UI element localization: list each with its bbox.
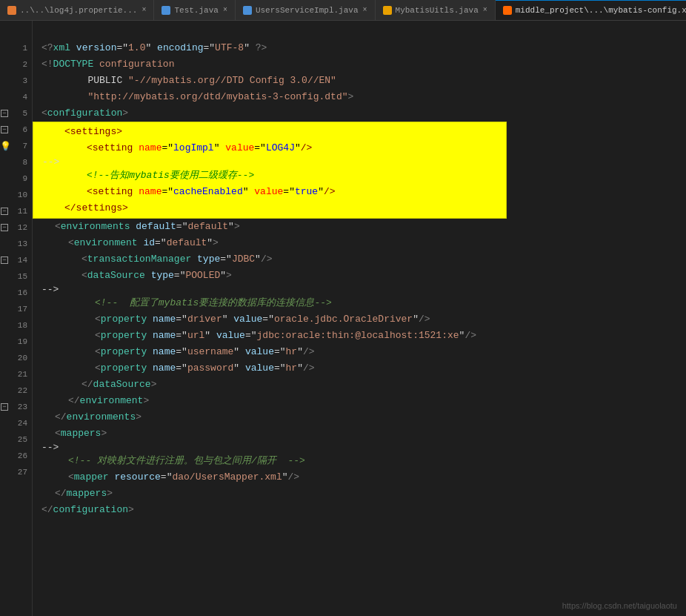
code-line-14: <dataSource type="POOLED"> xyxy=(41,268,686,284)
code-line-24: <!-- 对映射文件进行注册。包与包之间用/隔开 --> xyxy=(41,453,686,469)
gutter-row-17: 17 xyxy=(0,301,32,317)
tab-icon-java-orange xyxy=(383,6,392,15)
code-line-10: </settings> xyxy=(42,200,506,216)
code-line-8: <!--告知mybatis要使用二级缓存--> xyxy=(42,168,506,184)
line-num-11: 11 xyxy=(10,207,27,216)
code-line-4: "http://mybatis.org/dtd/mybatis-3-config… xyxy=(41,89,686,105)
fold-environments[interactable]: − xyxy=(1,208,8,215)
fold-config[interactable]: − xyxy=(1,110,8,117)
code-line-3: PUBLIC "-//mybatis.org//DTD Config 3.0//… xyxy=(41,73,686,89)
gutter-row-8: 8 xyxy=(0,154,32,170)
line-num-13: 13 xyxy=(10,239,27,248)
line-num-6: 6 xyxy=(10,125,27,134)
line-num-16: 16 xyxy=(10,288,27,297)
tab-test[interactable]: Test.java × xyxy=(154,0,235,20)
code-line-25: <mapper resource="dao/UsersMapper.xml"/> xyxy=(41,469,686,486)
tab-close[interactable]: × xyxy=(483,6,487,14)
gutter-row-2: 2 xyxy=(0,56,32,73)
code-line-12: <environment id="default"> xyxy=(41,235,686,251)
code-line-13: <transactionManager type="JDBC"/> xyxy=(41,251,686,268)
gutter-row-5: − 5 xyxy=(0,105,32,122)
gutter-row-4: 4 xyxy=(0,89,32,105)
tab-label: Test.java xyxy=(174,6,218,15)
tab-log4j[interactable]: ..\..\log4j.propertie... × xyxy=(0,0,154,20)
gutter-row-6: − 6 xyxy=(0,122,32,138)
gutter-row xyxy=(0,24,32,40)
highlight-box: <settings> <setting name="logImpl" value… xyxy=(33,122,507,219)
line-num-24: 24 xyxy=(10,419,27,428)
gutter-row-14: − 14 xyxy=(0,252,32,268)
code-content[interactable]: <?xml version="1.0" encoding="UTF-8" ?> … xyxy=(33,21,686,616)
line-num-19: 19 xyxy=(10,337,27,346)
fold-datasource[interactable]: − xyxy=(1,256,8,264)
line-num-18: 18 xyxy=(10,321,27,330)
tab-icon-xml xyxy=(7,6,16,15)
line-num-1: 1 xyxy=(10,44,27,53)
code-line-22: </environments> xyxy=(41,409,686,425)
code-line-2: <!DOCTYPE configuration xyxy=(41,56,686,73)
code-line-blank xyxy=(41,24,686,40)
gutter-row-16: 16 xyxy=(0,285,32,301)
code-line-18: <property name="username" value="hr"/> xyxy=(41,344,686,360)
line-num-3: 3 xyxy=(10,76,27,85)
code-line-17: <property name="url" value="jdbc:oracle:… xyxy=(41,328,686,344)
fold-mappers[interactable]: − xyxy=(1,403,8,411)
gutter-row-24: 24 xyxy=(0,415,32,431)
gutter-row-12: − 12 xyxy=(0,219,32,236)
code-line-26: </mappers> xyxy=(41,486,686,502)
code-line-11: <environments default="default"> xyxy=(41,219,686,235)
tab-mybatis-config[interactable]: middle_project\...\mybatis-config.xml × xyxy=(496,0,686,20)
gutter-row-25: 25 xyxy=(0,431,32,448)
line-num-12: 12 xyxy=(10,223,27,232)
code-line-19: <property name="password" value="hr"/> xyxy=(41,360,686,377)
gutter-row-11: − 11 xyxy=(0,203,32,219)
tab-icon-java-blue xyxy=(161,6,170,15)
gutter-row-13: 13 xyxy=(0,236,32,252)
tab-close[interactable]: × xyxy=(141,6,146,14)
tab-label: MybatisUitls.java xyxy=(396,6,479,15)
line-num-22: 22 xyxy=(10,386,27,395)
gutter-row-15: 15 xyxy=(0,268,32,285)
code-area: 1 2 3 4 − 5 − 6 💡 7 8 xyxy=(0,21,686,616)
code-line-9: <setting name="cacheEnabled" value="true… xyxy=(42,184,506,200)
line-num-23: 23 xyxy=(10,403,27,411)
line-num-2: 2 xyxy=(10,60,27,69)
gutter-row-22: 22 xyxy=(0,382,32,399)
gutter-row-10: 10 xyxy=(0,187,32,203)
line-num-26: 26 xyxy=(10,451,27,460)
code-line-21: </environment> xyxy=(41,393,686,409)
gutter-row-9: 9 xyxy=(0,170,32,187)
line-num-21: 21 xyxy=(10,370,27,379)
code-line-5: <configuration> xyxy=(41,105,686,122)
fold-environment[interactable]: − xyxy=(1,224,8,231)
gutter-row-7: 💡 7 xyxy=(0,138,32,154)
code-line-20: </dataSource> xyxy=(41,377,686,393)
line-num-25: 25 xyxy=(10,435,27,444)
code-line-15: <!-- 配置了mybatis要连接的数据库的连接信息--> xyxy=(41,295,686,311)
gutter-row-3: 3 xyxy=(0,73,32,89)
line-num-14: 14 xyxy=(10,256,27,265)
tab-close[interactable]: × xyxy=(363,6,367,14)
gutter-row-26: 26 xyxy=(0,448,32,464)
fold-settings[interactable]: − xyxy=(1,126,8,133)
line-num-9: 9 xyxy=(10,174,27,183)
line-num-8: 8 xyxy=(10,158,27,167)
code-line-23: <mappers> xyxy=(41,425,686,442)
tab-label: ..\..\log4j.propertie... xyxy=(20,6,137,15)
tab-usersservice[interactable]: UsersServiceImpl.java × xyxy=(236,0,376,20)
bulb-icon: 💡 xyxy=(0,141,11,152)
tab-label: UsersServiceImpl.java xyxy=(256,6,359,15)
gutter: 1 2 3 4 − 5 − 6 💡 7 8 xyxy=(0,21,33,616)
line-num-5: 5 xyxy=(10,109,27,118)
line-num-27: 27 xyxy=(10,468,27,477)
line-num-17: 17 xyxy=(10,305,27,314)
line-num-7: 7 xyxy=(11,142,27,150)
gutter-row-1: 1 xyxy=(0,40,32,56)
gutter-row-19: 19 xyxy=(0,334,32,350)
tab-bar: ..\..\log4j.propertie... × Test.java × U… xyxy=(0,0,686,21)
watermark: https://blog.csdn.net/taiguolaotu xyxy=(562,601,677,610)
tab-close[interactable]: × xyxy=(223,6,227,14)
code-line-16: <property name="driver" value="oracle.jd… xyxy=(41,311,686,328)
tab-mybatisutils[interactable]: MybatisUitls.java × xyxy=(376,0,496,20)
tab-label: middle_project\...\mybatis-config.xml xyxy=(516,6,686,15)
